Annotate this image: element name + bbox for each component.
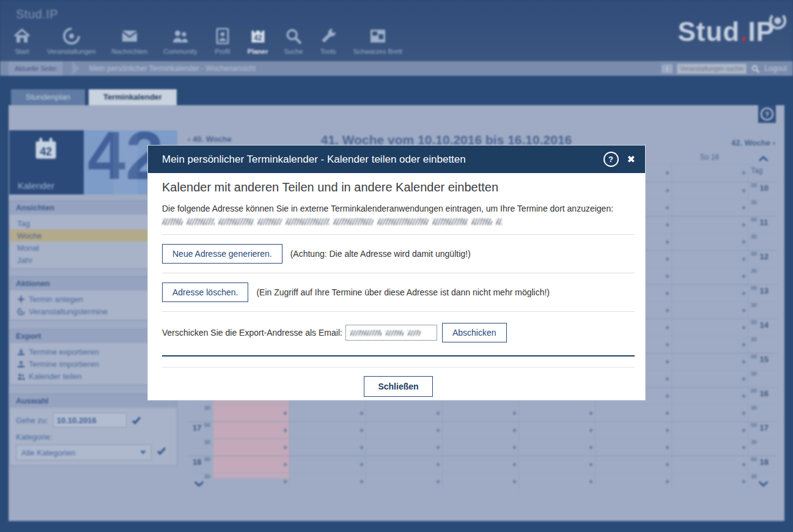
expand-down-right-icon[interactable] (759, 478, 768, 484)
calendar-cell[interactable]: + (672, 422, 748, 438)
calendar-cell[interactable]: + (672, 456, 748, 473)
calendar-cell[interactable]: + (443, 422, 519, 438)
add-appointment-icon[interactable]: + (665, 461, 669, 468)
add-appointment-icon[interactable]: + (665, 393, 669, 400)
add-appointment-icon[interactable]: + (742, 341, 746, 349)
calendar-cell[interactable]: + (213, 456, 290, 473)
calendar-cell[interactable]: + (672, 182, 748, 199)
add-appointment-icon[interactable]: + (665, 273, 669, 280)
calendar-cell[interactable]: + (596, 405, 672, 421)
calendar-cell[interactable]: + (672, 285, 748, 301)
add-appointment-icon[interactable]: + (742, 478, 746, 486)
add-appointment-icon[interactable]: + (589, 410, 593, 417)
generate-address-button[interactable]: Neue Adresse generieren. (162, 244, 282, 264)
logout-link[interactable]: Logout (764, 64, 787, 73)
calendar-cell[interactable]: + (672, 336, 748, 353)
add-appointment-icon[interactable]: + (283, 427, 287, 434)
calendar-cell[interactable]: + (443, 456, 519, 473)
add-appointment-icon[interactable]: + (742, 238, 746, 246)
add-appointment-icon[interactable]: + (742, 324, 746, 331)
calendar-cell[interactable]: + (290, 473, 366, 490)
add-appointment-icon[interactable]: + (742, 273, 746, 280)
add-appointment-icon[interactable]: + (283, 410, 287, 417)
calendar-cell[interactable]: + (443, 405, 519, 421)
add-appointment-icon[interactable]: + (512, 478, 517, 486)
calendar-cell[interactable]: + (672, 268, 748, 284)
calendar-cell[interactable]: + (596, 456, 672, 473)
calendar-cell[interactable]: + (213, 422, 290, 438)
add-appointment-icon[interactable]: + (360, 427, 364, 434)
add-appointment-icon[interactable]: + (512, 410, 517, 417)
calendar-cell[interactable]: + (366, 405, 443, 421)
add-appointment-icon[interactable]: + (742, 221, 746, 229)
calendar-cell[interactable]: + (290, 422, 366, 438)
calendar-cell[interactable]: + (519, 456, 596, 473)
add-appointment-icon[interactable]: + (436, 444, 440, 451)
add-appointment-icon[interactable]: + (742, 204, 746, 212)
calendar-cell[interactable]: + (672, 405, 748, 421)
collapse-up-icon[interactable] (759, 153, 768, 158)
calendar-cell[interactable]: + (366, 422, 443, 438)
calendar-cell[interactable]: + (672, 164, 748, 182)
add-appointment-icon[interactable]: + (742, 256, 746, 263)
add-appointment-icon[interactable]: + (665, 169, 669, 177)
nav-item-planer[interactable]: 42Planer (240, 27, 276, 55)
add-appointment-icon[interactable]: + (436, 427, 440, 434)
calendar-cell[interactable]: + (672, 439, 748, 456)
add-appointment-icon[interactable]: + (436, 461, 440, 468)
calendar-cell[interactable]: + (366, 473, 443, 490)
category-select[interactable]: Alle Kategorien (16, 445, 152, 460)
add-appointment-icon[interactable]: + (360, 461, 364, 468)
add-appointment-icon[interactable]: + (665, 427, 669, 434)
nav-item-tools[interactable]: Tools (311, 27, 345, 55)
nav-item-schwarzes-brett[interactable]: Schwarzes Brett (345, 27, 410, 55)
add-appointment-icon[interactable]: + (665, 410, 669, 417)
add-appointment-icon[interactable]: + (742, 393, 746, 400)
next-week-link[interactable]: 42. Woche › (671, 138, 775, 147)
add-appointment-icon[interactable]: + (665, 358, 669, 366)
calendar-cell[interactable]: + (290, 405, 366, 421)
page-help-button[interactable]: ? (758, 105, 776, 123)
add-appointment-icon[interactable]: + (665, 375, 669, 383)
calendar-cell[interactable]: + (672, 234, 748, 250)
tab-terminkalender[interactable]: Terminkalender (89, 89, 177, 105)
add-appointment-icon[interactable]: + (665, 307, 669, 314)
add-appointment-icon[interactable]: + (665, 204, 669, 212)
add-appointment-icon[interactable]: + (512, 444, 517, 451)
add-appointment-icon[interactable]: + (742, 410, 746, 417)
calendar-cell[interactable]: + (672, 473, 748, 490)
send-button[interactable]: Abschicken (442, 323, 507, 342)
calendar-cell[interactable]: + (366, 456, 443, 473)
add-appointment-icon[interactable]: + (283, 478, 287, 486)
nav-item-nachrichten[interactable]: Nachrichten (104, 27, 156, 55)
add-appointment-icon[interactable]: + (283, 444, 287, 451)
calendar-cell[interactable]: + (672, 388, 748, 404)
calendar-cell[interactable]: + (672, 302, 748, 319)
nav-item-profil[interactable]: Profil (205, 27, 240, 55)
nav-item-community[interactable]: Community (155, 27, 205, 55)
add-appointment-icon[interactable]: + (360, 478, 364, 486)
add-appointment-icon[interactable]: + (512, 427, 517, 434)
add-appointment-icon[interactable]: + (283, 461, 287, 468)
calendar-cell[interactable]: + (672, 199, 748, 216)
calendar-cell[interactable]: + (290, 439, 366, 456)
add-appointment-icon[interactable]: + (742, 358, 746, 366)
add-appointment-icon[interactable]: + (742, 461, 746, 468)
add-appointment-icon[interactable]: + (665, 290, 669, 297)
calendar-cell[interactable]: + (213, 439, 290, 456)
course-search-input[interactable] (677, 64, 747, 74)
search-icon[interactable] (751, 64, 760, 73)
add-appointment-icon[interactable]: + (742, 187, 746, 194)
calendar-cell[interactable]: + (519, 405, 596, 421)
add-appointment-icon[interactable]: + (742, 307, 746, 314)
close-dialog-button[interactable]: Schließen (364, 376, 432, 397)
calendar-cell[interactable]: + (672, 353, 748, 370)
add-appointment-icon[interactable]: + (665, 256, 669, 263)
calendar-cell[interactable]: + (596, 473, 672, 490)
calendar-cell[interactable]: + (519, 473, 596, 490)
dialog-help-icon[interactable]: ? (603, 152, 619, 167)
prev-week-link[interactable]: ‹ 40. Woche (188, 135, 232, 144)
calendar-cell[interactable]: + (290, 456, 366, 473)
add-appointment-icon[interactable]: + (360, 444, 364, 451)
calendar-cell[interactable]: + (213, 473, 290, 490)
